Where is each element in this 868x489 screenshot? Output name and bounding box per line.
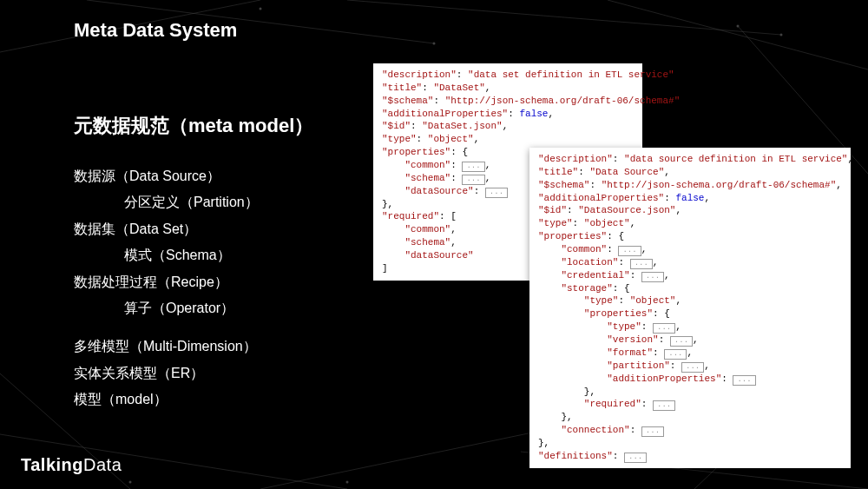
- svg-point-10: [260, 8, 262, 10]
- list-item: 模式（Schema）: [74, 242, 360, 268]
- slide-title: Meta Data System: [74, 19, 237, 42]
- list-item: 实体关系模型（ER）: [74, 360, 360, 387]
- list-item: 算子（Operator）: [74, 295, 360, 321]
- list-item: 模型（model）: [74, 387, 360, 413]
- list-item: 多维模型（Multi-Dimension）: [74, 334, 360, 360]
- list-item: 数据处理过程（Recipe）: [74, 269, 360, 295]
- svg-line-2: [347, 0, 781, 35]
- left-column: 元数据规范（meta model） 数据源（Data Source）分区定义（P…: [74, 113, 360, 413]
- list-item: 分区定义（Partition）: [74, 189, 360, 215]
- code-snippet-datasource: "description": "data source definition i…: [529, 148, 851, 468]
- section-heading: 元数据规范（meta model）: [74, 113, 360, 139]
- logo-part-b: Data: [83, 455, 122, 474]
- svg-point-13: [737, 25, 740, 28]
- svg-point-17: [129, 481, 132, 484]
- svg-line-3: [608, 0, 868, 69]
- list-item: 数据集（Data Set）: [74, 216, 360, 242]
- svg-point-12: [780, 34, 783, 36]
- svg-point-11: [433, 43, 436, 45]
- logo-talkingdata: TalkingData: [21, 455, 122, 475]
- svg-point-14: [346, 481, 349, 484]
- logo-part-a: Talking: [21, 455, 83, 474]
- list-item: 数据源（Data Source）: [74, 163, 360, 189]
